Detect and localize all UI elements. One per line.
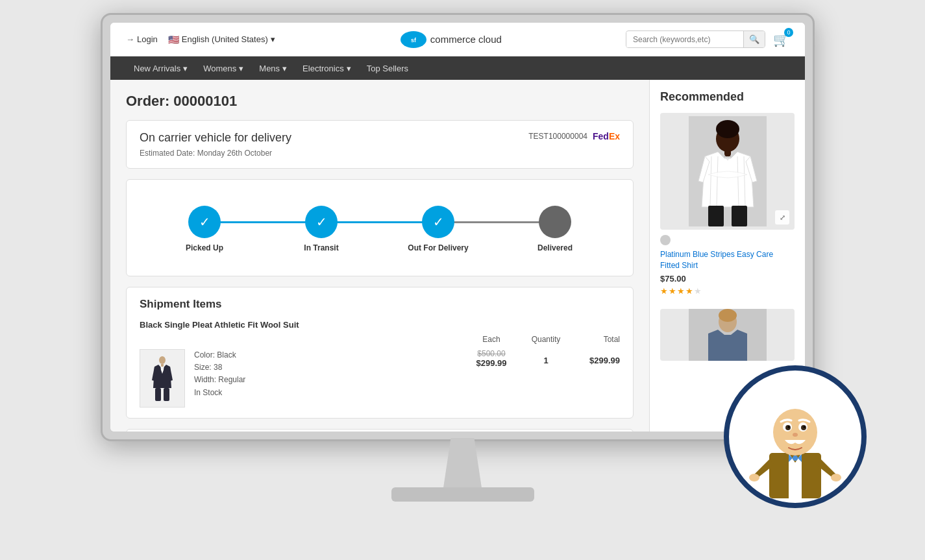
star-5: ★ (694, 286, 702, 296)
einstein-bot (724, 365, 867, 508)
monitor-base (391, 487, 534, 502)
svg-rect-4 (155, 388, 161, 401)
product-image-2 (660, 309, 795, 361)
svg-point-31 (831, 474, 841, 481)
nav-item-top-sellers[interactable]: Top Sellers (359, 58, 416, 79)
site-header: → Login 🇺🇸 English (United States) ▾ (110, 23, 805, 56)
nav-item-mens[interactable]: Mens ▾ (251, 58, 295, 79)
step-label-1: Picked Up (186, 243, 223, 252)
step-picked-up: ✓ Picked Up (146, 206, 263, 252)
monitor-stand (443, 438, 482, 490)
svg-point-8 (716, 120, 739, 138)
dropdown-icon: ▾ (183, 64, 188, 73)
travel-section: Travel History (126, 429, 634, 432)
quantity-label: Quantity (526, 335, 565, 344)
language-selector[interactable]: 🇺🇸 English (United States) ▾ (168, 34, 275, 45)
logo-area: sf commerce cloud (399, 30, 502, 49)
each-label: Each (465, 335, 517, 344)
svg-rect-5 (164, 388, 169, 401)
cart-badge: 0 (784, 28, 793, 37)
total-value: $299.99 (574, 356, 620, 365)
fedex-logo: FedEx (593, 131, 620, 141)
monitor-screen: → Login 🇺🇸 English (United States) ▾ (110, 23, 805, 432)
svg-text:sf: sf (411, 37, 417, 43)
svg-point-22 (773, 409, 817, 456)
svg-point-20 (793, 456, 798, 461)
logo-text: commerce cloud (430, 34, 502, 45)
tracking-steps: ✓ Picked Up ✓ (133, 190, 626, 263)
delivery-card: On carrier vehicle for delivery TEST1000… (126, 120, 634, 169)
step-circle-1: ✓ (188, 206, 221, 238)
svg-rect-14 (708, 206, 724, 226)
check-icon-2: ✓ (316, 214, 327, 230)
quantity-value: 1 (526, 356, 565, 365)
step-out-for-delivery: ✓ Out For Delivery (380, 206, 497, 252)
step-circle-3: ✓ (422, 206, 454, 238)
monitor: → Login 🇺🇸 English (United States) ▾ (101, 13, 815, 441)
item-name: Black Single Pleat Athletic Fit Wool Sui… (140, 320, 620, 330)
search-button[interactable]: 🔍 (743, 31, 765, 47)
svg-point-18 (719, 309, 737, 322)
cart-button[interactable]: 🛒 0 (773, 32, 789, 47)
product-person-1 (689, 116, 767, 226)
suit-icon (149, 356, 175, 401)
color-swatch-1[interactable] (660, 235, 671, 245)
header-left: → Login 🇺🇸 English (United States) ▾ (126, 34, 275, 45)
product-image-1: ⤢ (660, 113, 795, 230)
recommended-product-1: ⤢ Platinum Blue Stripes Easy Care Fitted… (660, 113, 795, 296)
tracking-steps-card: ✓ Picked Up ✓ (126, 179, 634, 276)
item-width: Width: Regular (194, 374, 456, 386)
salesforce-logo: sf commerce cloud (399, 30, 502, 49)
header-right: 🔍 🛒 0 (626, 30, 789, 48)
language-label: English (United States) (182, 34, 268, 44)
dropdown-arrow-icon: ▾ (271, 34, 275, 44)
shipment-section: Shipment Items Black Single Pleat Athlet… (126, 287, 634, 419)
price-original: $500.00 (465, 349, 517, 358)
delivery-header: On carrier vehicle for delivery TEST1000… (140, 131, 620, 145)
dropdown-icon: ▾ (347, 64, 351, 73)
login-link[interactable]: → Login (126, 34, 158, 44)
einstein-circle (724, 365, 867, 508)
svg-point-27 (788, 426, 790, 428)
delivery-date: Estimated Date: Monday 26th October (140, 149, 620, 158)
product-price-1: $75.00 (660, 274, 795, 284)
search-bar: 🔍 (626, 30, 765, 48)
product-name-1[interactable]: Platinum Blue Stripes Easy Care Fitted S… (660, 249, 795, 271)
check-icon-3: ✓ (433, 214, 444, 230)
total-label: Total (574, 335, 620, 344)
main-content: Order: 00000101 On carrier vehicle for d… (110, 80, 805, 432)
order-title: Order: 00000101 (126, 93, 634, 110)
svg-rect-15 (732, 206, 747, 226)
main-nav: New Arrivals ▾ Womens ▾ Mens ▾ Electroni… (110, 56, 805, 80)
svg-rect-9 (724, 150, 731, 156)
delivery-status: On carrier vehicle for delivery (140, 131, 291, 145)
tracking-info: TEST100000004 FedEx (528, 131, 620, 141)
login-icon: → (126, 34, 134, 44)
expand-icon-1[interactable]: ⤢ (775, 210, 789, 225)
step-in-transit: ✓ In Transit (263, 206, 380, 252)
dropdown-icon: ▾ (282, 64, 287, 73)
order-section: Order: 00000101 On carrier vehicle for d… (110, 80, 649, 432)
step-circle-4 (539, 206, 571, 238)
svg-point-29 (793, 433, 798, 437)
einstein-illustration (737, 375, 854, 498)
product-rating-1: ★ ★ ★ ★ ★ (660, 286, 795, 296)
step-delivered: Delivered (497, 206, 613, 252)
step-label-2: In Transit (304, 243, 338, 252)
item-color: Color: Black (194, 349, 456, 361)
pricing-col: $500.00 $299.99 (465, 349, 517, 408)
login-label: Login (137, 34, 158, 44)
flag-icon: 🇺🇸 (168, 34, 179, 45)
star-4: ★ (685, 286, 693, 296)
step-label-3: Out For Delivery (408, 243, 468, 252)
search-input[interactable] (626, 32, 743, 47)
nav-item-electronics[interactable]: Electronics ▾ (295, 58, 359, 79)
check-icon-1: ✓ (199, 214, 210, 230)
product-person-2 (689, 309, 767, 361)
star-3: ★ (677, 286, 685, 296)
nav-item-womens[interactable]: Womens ▾ (195, 58, 251, 79)
item-row: Color: Black Size: 38 Width: Regular In … (140, 349, 620, 408)
nav-item-new-arrivals[interactable]: New Arrivals ▾ (126, 58, 195, 79)
tracking-number: TEST100000004 (528, 132, 587, 141)
sf-logo-icon: sf (399, 30, 428, 49)
